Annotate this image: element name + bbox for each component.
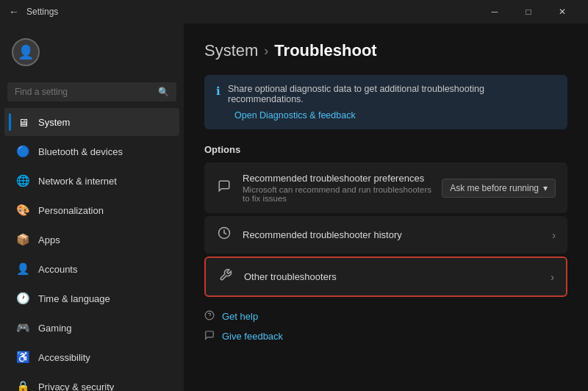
sidebar-item-label: Accessibility <box>38 352 90 363</box>
sidebar-item-label: Apps <box>38 234 60 245</box>
personalization-icon: 🎨 <box>16 204 29 217</box>
bluetooth-icon: 🔵 <box>16 145 29 158</box>
search-box[interactable]: 🔍 <box>7 82 176 101</box>
titlebar: ← Settings ─ □ ✕ <box>0 0 588 24</box>
sidebar-item-label: System <box>38 117 70 128</box>
sidebar-item-label: Accounts <box>38 264 77 275</box>
sidebar-item-label: Gaming <box>38 323 72 334</box>
accounts-icon: 👤 <box>16 262 29 276</box>
sidebar-item-accounts[interactable]: 👤 Accounts <box>4 255 179 283</box>
option-recommended-history[interactable]: Recommended troubleshooter history › <box>204 216 567 254</box>
troubleshooter-prefs-dropdown[interactable]: Ask me before running ▾ <box>442 179 556 198</box>
option-right-other-troubleshooters: › <box>551 271 554 283</box>
sidebar-item-label: Privacy & security <box>38 381 114 392</box>
sidebar-item-accessibility[interactable]: ♿ Accessibility <box>4 343 179 371</box>
info-icon: ℹ <box>216 85 220 98</box>
apps-icon: 📦 <box>16 233 29 246</box>
dropdown-chevron-icon: ▾ <box>543 183 548 193</box>
breadcrumb-system: System <box>204 41 258 60</box>
titlebar-title: Settings <box>26 7 58 17</box>
gaming-icon: 🎮 <box>16 321 29 334</box>
page-header: System › Troubleshoot <box>204 41 567 60</box>
option-text-recommended-history: Recommended troubleshooter history <box>243 229 542 240</box>
sidebar-item-system[interactable]: 🖥 System <box>4 108 179 136</box>
sidebar-item-network[interactable]: 🌐 Network & internet <box>4 167 179 195</box>
chevron-right-icon-2: › <box>551 271 554 283</box>
get-help-link[interactable]: Get help <box>222 311 258 322</box>
option-title-other-troubleshooters: Other troubleshooters <box>244 271 540 282</box>
search-icon: 🔍 <box>158 87 169 97</box>
profile-section: 👤 <box>0 29 184 75</box>
give-feedback-icon <box>204 330 215 342</box>
breadcrumb-separator: › <box>264 43 268 59</box>
sidebar-item-privacy[interactable]: 🔒 Privacy & security <box>4 373 179 391</box>
sidebar-item-label: Personalization <box>38 205 104 216</box>
recommended-prefs-icon <box>216 179 232 196</box>
open-diagnostics-link[interactable]: Open Diagnostics & feedback <box>234 110 556 121</box>
option-right-recommended-prefs: Ask me before running ▾ <box>442 179 556 198</box>
give-feedback-link[interactable]: Give feedback <box>222 331 283 342</box>
accessibility-icon: ♿ <box>16 351 29 364</box>
network-icon: 🌐 <box>16 174 29 187</box>
recommended-history-icon <box>216 226 232 243</box>
give-feedback-item[interactable]: Give feedback <box>204 330 567 342</box>
sidebar-item-label: Time & language <box>38 293 110 304</box>
privacy-icon: 🔒 <box>16 380 29 391</box>
option-recommended-prefs[interactable]: Recommended troubleshooter preferences M… <box>204 162 567 213</box>
dropdown-label: Ask me before running <box>450 183 539 193</box>
get-help-icon <box>204 310 215 323</box>
option-text-other-troubleshooters: Other troubleshooters <box>244 271 540 282</box>
search-input[interactable] <box>15 87 152 97</box>
maximize-button[interactable]: □ <box>512 0 545 24</box>
sidebar-item-label: Network & internet <box>38 176 117 187</box>
time-icon: 🕐 <box>16 292 29 305</box>
sidebar-item-apps[interactable]: 📦 Apps <box>4 226 179 254</box>
window-controls: ─ □ ✕ <box>478 0 579 24</box>
info-banner: ℹ Share optional diagnostic data to get … <box>204 75 567 129</box>
option-subtitle-recommended-prefs: Microsoft can recommend and run troubles… <box>243 185 431 203</box>
sidebar-item-time[interactable]: 🕐 Time & language <box>4 284 179 312</box>
back-button[interactable]: ← <box>9 6 19 18</box>
option-other-troubleshooters[interactable]: Other troubleshooters › <box>204 257 567 297</box>
get-help-item[interactable]: Get help <box>204 310 567 323</box>
minimize-button[interactable]: ─ <box>478 0 512 24</box>
sidebar-item-label: Bluetooth & devices <box>38 146 123 157</box>
other-troubleshooters-icon <box>218 268 234 285</box>
info-banner-text: Share optional diagnostic data to get ad… <box>228 84 556 104</box>
breadcrumb-current: Troubleshoot <box>274 41 376 60</box>
options-label: Options <box>204 144 567 155</box>
chevron-right-icon: › <box>552 229 556 241</box>
system-icon: 🖥 <box>16 115 29 129</box>
main-layout: 👤 🔍 🖥 System 🔵 Bluetooth & devices 🌐 Net… <box>0 24 588 391</box>
sidebar-item-gaming[interactable]: 🎮 Gaming <box>4 314 179 342</box>
option-title-recommended-prefs: Recommended troubleshooter preferences <box>243 173 431 184</box>
sidebar: 👤 🔍 🖥 System 🔵 Bluetooth & devices 🌐 Net… <box>0 24 184 391</box>
sidebar-item-bluetooth[interactable]: 🔵 Bluetooth & devices <box>4 137 179 165</box>
close-button[interactable]: ✕ <box>545 0 579 24</box>
help-links: Get help Give feedback <box>204 310 567 342</box>
option-right-recommended-history: › <box>552 229 556 241</box>
sidebar-item-personalization[interactable]: 🎨 Personalization <box>4 196 179 224</box>
avatar[interactable]: 👤 <box>12 38 40 66</box>
content-area: System › Troubleshoot ℹ Share optional d… <box>184 24 588 391</box>
option-title-recommended-history: Recommended troubleshooter history <box>243 229 542 240</box>
info-banner-row: ℹ Share optional diagnostic data to get … <box>216 84 556 104</box>
option-text-recommended-prefs: Recommended troubleshooter preferences M… <box>243 173 431 203</box>
